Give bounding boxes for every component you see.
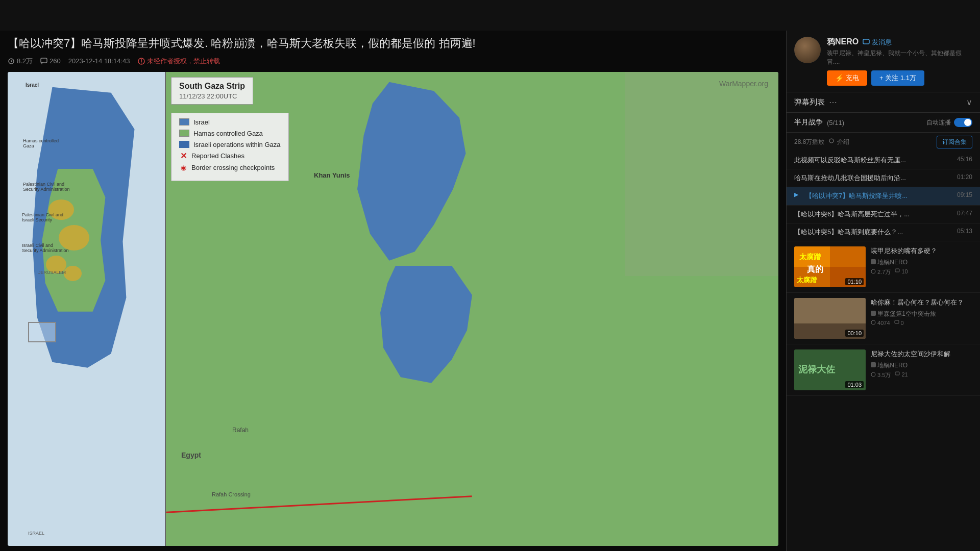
small-region-box <box>28 322 56 342</box>
rec-thumb-1: 太腐蹭 真的 太腐蹭 01:10 <box>794 246 866 287</box>
warmapper-watermark: WarMapper.org <box>719 80 768 88</box>
channel-actions: ⚡ 充电 + 关注 1.1万 <box>827 70 972 86</box>
svg-text:太腐蹭: 太腐蹭 <box>796 276 817 284</box>
rafah-crossing-label: Rafah Crossing <box>212 491 251 497</box>
playlist-item-4-duration: 07:47 <box>957 210 972 217</box>
rec-channel-2: 里森堡第1空中突击旅 <box>871 310 972 318</box>
sidebar: 鸦NERO 发消息 装甲尼禄、神皇尼禄、我就一个小号、其他都是假冒.... ⚡ … <box>786 31 980 551</box>
legend-item-3: Israeli operations within Gaza <box>179 141 281 148</box>
egypt-label: Egypt <box>181 451 201 459</box>
playlist-item-1[interactable]: 此视频可以反驳哈马斯粉丝所有无厘... 45:16 <box>787 152 980 169</box>
map-title-box: South Gaza Strip 11/12/23 22:00UTC <box>171 77 253 105</box>
rec-info-2: 哈你麻！居心何在？居心何在？ 里森堡第1空中突击旅 4074 0 <box>871 298 972 339</box>
playlist-item-5-text: 【哈以冲突5】哈马斯到底要什么？... <box>794 228 952 237</box>
svg-point-20 <box>871 320 875 324</box>
svg-point-6 <box>829 139 834 143</box>
copyright-warning: 未经作者授权，禁止转载 <box>138 57 220 66</box>
rec-duration-3: 01:03 <box>845 381 864 388</box>
rec-channel-1: 地锅NERO <box>871 258 972 267</box>
rec-video-1[interactable]: 太腐蹭 真的 太腐蹭 01:10 装甲尼禄的嘴有多硬？ 地锅NERO <box>787 241 980 293</box>
playlist-item-5[interactable]: 【哈以冲突5】哈马斯到底要什么？... 05:13 <box>787 223 980 241</box>
rec-stats-3: 3.5万 21 <box>871 371 972 379</box>
channel-description: 装甲尼禄、神皇尼禄、我就一个小号、其他都是假冒.... <box>827 49 972 66</box>
rec-stats-1: 2.7万 10 <box>871 268 972 276</box>
rec-video-2[interactable]: 00:10 哈你麻！居心何在？居心何在？ 里森堡第1空中突击旅 4074 <box>787 293 980 344</box>
rec-stats-2: 4074 0 <box>871 320 972 326</box>
danmaku-title-row: 弹幕列表 ⋯ <box>794 97 837 107</box>
rec-duration-2: 00:10 <box>845 330 864 337</box>
charge-button[interactable]: ⚡ 充电 <box>827 70 867 86</box>
danmaku-header: 弹幕列表 ⋯ ∨ <box>787 92 980 113</box>
playlist-title: 半月战争 <box>794 118 823 127</box>
map-container: Israel Hamas controlledGaza Palestinian … <box>8 72 778 546</box>
svg-rect-27 <box>895 372 899 375</box>
jerusalem-label: JERUSALEM <box>38 270 66 275</box>
message-button[interactable]: 发消息 <box>863 38 892 47</box>
auto-connect-row: 自动连播 <box>926 118 972 127</box>
playlist-item-1-text: 此视频可以反驳哈马斯粉丝所有无厘... <box>794 156 952 165</box>
rafah-label: Rafah <box>232 427 249 434</box>
views-count: 8.2万 <box>8 57 33 66</box>
rec-duration-1: 01:10 <box>845 278 864 285</box>
svg-text:太腐蹭: 太腐蹭 <box>799 253 821 261</box>
svg-rect-15 <box>895 269 899 272</box>
svg-point-26 <box>871 372 875 377</box>
map-title: South Gaza Strip <box>179 82 245 91</box>
playlist-progress: (5/11) <box>827 119 844 127</box>
isr-civil-label: Israeli Civil andSecurity Administration <box>22 243 69 253</box>
svg-rect-25 <box>871 362 876 367</box>
legend-item-4: ✕ Reported Clashes <box>179 152 281 160</box>
rec-title-2: 哈你麻！居心何在？居心何在？ <box>871 298 972 307</box>
pal-civil-label: Palestinian Civil andSecurity Administra… <box>23 182 70 192</box>
legend-label-israel: Israel <box>193 118 210 126</box>
auto-connect-label: 自动连播 <box>926 118 951 127</box>
avatar-image <box>794 37 821 63</box>
more-options-icon[interactable]: ⋯ <box>829 97 837 107</box>
legend-color-israel <box>179 118 189 126</box>
playlist-item-2[interactable]: 哈马斯在抢劫几批联合国援助后向沿... 01:20 <box>787 169 980 187</box>
rec-channel-3: 地锅NERO <box>871 361 972 370</box>
playlist-item-3[interactable]: ▶ 【哈以冲突7】哈马斯投降呈井喷... 09:15 <box>787 187 980 205</box>
map-left: Israel Hamas controlledGaza Palestinian … <box>8 72 166 546</box>
egypt-border-line <box>166 495 472 513</box>
playlist-views: 28.8万播放 介绍 <box>794 138 849 146</box>
playlist-item-3-duration: 09:15 <box>957 191 972 198</box>
video-player[interactable]: Israel Hamas controlledGaza Palestinian … <box>8 72 778 546</box>
legend-color-ops <box>179 141 189 148</box>
israel-label-left: Israel <box>26 82 39 88</box>
video-section: 【哈以冲突7】哈马斯投降呈井喷式爆发. 哈粉崩溃，哈马斯大老板失联，假的都是假的… <box>0 31 786 551</box>
playlist-item-4-text: 【哈以冲突6】哈马斯高层死亡过半，... <box>794 210 952 219</box>
playlist-item-2-text: 哈马斯在抢劫几批联合国援助后向沿... <box>794 173 952 183</box>
upload-date: 2023-12-14 18:14:43 <box>68 57 130 65</box>
rec-title-1: 装甲尼禄的嘴有多硬？ <box>871 246 972 256</box>
follow-button[interactable]: + 关注 1.1万 <box>871 70 924 86</box>
playlist-item-4[interactable]: 【哈以冲突6】哈马斯高层死亡过半，... 07:47 <box>787 206 980 223</box>
auto-connect-toggle[interactable] <box>954 118 972 127</box>
hamas-ctrl-label: Hamas controlledGaza <box>23 138 59 148</box>
playlist-item-2-duration: 01:20 <box>957 173 972 181</box>
playing-indicator: ▶ <box>794 191 798 198</box>
map-datetime: 11/12/23 22:00UTC <box>179 92 245 100</box>
legend-item-5: ◉ Border crossing checkpoints <box>179 164 281 172</box>
video-list[interactable]: 此视频可以反驳哈马斯粉丝所有无厘... 45:16 哈马斯在抢劫几批联合国援助后… <box>787 152 980 551</box>
video-meta: 8.2万 260 2023-12-14 18:14:43 未经作者授权，禁止转载 <box>8 57 778 66</box>
danmaku-label: 弹幕列表 <box>794 97 825 107</box>
legend-icon-border: ◉ <box>179 164 187 172</box>
yellow-spot-4 <box>64 266 82 281</box>
subscribe-button[interactable]: 订阅合集 <box>937 136 972 148</box>
legend-item-2: Hamas controlled Gaza <box>179 130 281 137</box>
legend-box: Israel Hamas controlled Gaza Israeli ope… <box>171 113 289 181</box>
svg-rect-21 <box>895 320 899 323</box>
expand-icon[interactable]: ∨ <box>966 97 972 107</box>
rec-info-3: 尼禄大佐的太空间沙伊和解 地锅NERO 3.5万 21 <box>871 349 972 390</box>
rec-thumb-3: 泥禄大佐 01:03 <box>794 349 866 390</box>
legend-label-border: Border crossing checkpoints <box>191 164 275 171</box>
svg-rect-5 <box>863 39 869 44</box>
scale-label: ISRAEL <box>28 531 44 536</box>
pal-civil2-label: Palestinian Civil andIsraeli Security <box>22 212 63 222</box>
rec-video-3[interactable]: 泥禄大佐 01:03 尼禄大佐的太空间沙伊和解 地锅NERO 3.5万 <box>787 344 980 396</box>
channel-name-text: 鸦NERO <box>827 37 859 47</box>
main-content: 【哈以冲突7】哈马斯投降呈井喷式爆发. 哈粉崩溃，哈马斯大老板失联，假的都是假的… <box>0 31 980 551</box>
channel-info: 鸦NERO 发消息 装甲尼禄、神皇尼禄、我就一个小号、其他都是假冒.... ⚡ … <box>827 37 972 86</box>
legend-label-ops: Israeli operations within Gaza <box>193 141 281 148</box>
